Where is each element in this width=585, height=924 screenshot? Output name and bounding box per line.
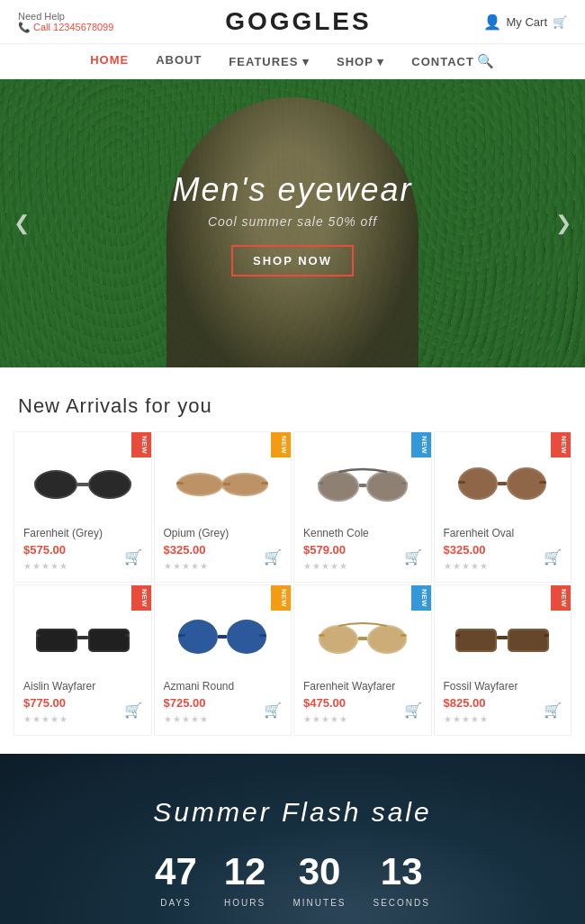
hero-prev-arrow[interactable]: ❮	[14, 212, 30, 235]
product-footer: $825.00 ★★★★★ 🛒	[444, 696, 562, 724]
products-grid: NEW Farenheit (Grey) $575.00 ★★★★★ 🛒 NEW…	[0, 431, 585, 736]
add-to-cart-button[interactable]: 🛒	[264, 702, 282, 719]
svg-point-19	[320, 473, 357, 500]
nav-contact[interactable]: CONTACT 🔍	[411, 53, 495, 69]
product-card[interactable]: NEW Kenneth Cole $579.00 ★★★★★ 🛒	[293, 431, 432, 583]
countdown-item: 47 DAYS	[155, 850, 197, 910]
add-to-cart-button[interactable]: 🛒	[264, 548, 282, 566]
hero-next-arrow[interactable]: ❯	[555, 212, 572, 235]
cart-label[interactable]: My Cart	[507, 15, 548, 29]
product-name: Fossil Wayfarer	[444, 680, 562, 693]
product-footer: $475.00 ★★★★★ 🛒	[303, 696, 422, 724]
product-image	[23, 599, 142, 671]
nav-home[interactable]: HOME	[90, 53, 129, 69]
search-icon[interactable]: 🔍	[477, 53, 495, 69]
product-image	[164, 599, 283, 671]
product-card[interactable]: NEW Fossil Wayfarer $825.00 ★★★★★ 🛒	[434, 584, 572, 736]
product-badge: NEW	[411, 585, 431, 611]
product-card[interactable]: NEW Farenheit Wayfarer $475.00 ★★★★★ 🛒	[293, 584, 432, 736]
product-footer: $575.00 ★★★★★ 🛒	[23, 543, 142, 571]
flash-sale-banner: Summer Flash sale 47 DAYS 12 HOURS 30 MI…	[0, 754, 585, 924]
product-stars: ★★★★★	[444, 561, 489, 571]
cart-area[interactable]: 👤 My Cart 🛒	[483, 14, 568, 31]
add-to-cart-button[interactable]: 🛒	[404, 548, 422, 566]
countdown-number: 30	[292, 850, 346, 893]
product-price: $775.00	[23, 696, 68, 710]
product-footer: $775.00 ★★★★★ 🛒	[23, 696, 142, 724]
product-stars: ★★★★★	[303, 561, 348, 571]
svg-point-13	[223, 475, 266, 494]
product-card[interactable]: NEW Aislin Wayfarer $775.00 ★★★★★ 🛒	[14, 584, 152, 736]
product-badge: NEW	[551, 432, 571, 457]
svg-point-47	[320, 627, 356, 652]
countdown-label: HOURS	[224, 898, 266, 908]
svg-rect-23	[498, 482, 507, 485]
product-card[interactable]: NEW Opium (Grey) $325.00 ★★★★★ 🛒	[154, 431, 292, 583]
product-badge: NEW	[271, 585, 291, 611]
product-price: $475.00	[303, 696, 348, 710]
product-image	[303, 599, 422, 671]
add-to-cart-button[interactable]: 🛒	[544, 548, 562, 566]
cart-icon[interactable]: 🛒	[553, 15, 567, 29]
add-to-cart-button[interactable]: 🛒	[124, 702, 142, 719]
countdown-timer: 47 DAYS 12 HOURS 30 MINUTES 13 SECONDS	[153, 850, 431, 910]
svg-rect-51	[497, 636, 508, 639]
phone-number: 📞 Call 12345678099	[18, 22, 113, 33]
svg-point-40	[180, 621, 216, 652]
flash-sale-title: Summer Flash sale	[153, 797, 431, 828]
svg-rect-55	[509, 630, 547, 650]
product-stars: ★★★★★	[303, 714, 348, 724]
svg-point-26	[460, 469, 496, 498]
product-name: Farenheit (Grey)	[23, 527, 142, 539]
countdown-item: 12 HOURS	[224, 850, 266, 910]
hero-title: Men's eyewear	[173, 171, 413, 209]
add-to-cart-button[interactable]: 🛒	[544, 702, 562, 719]
product-price: $575.00	[23, 543, 68, 557]
product-card[interactable]: NEW Azmani Round $725.00 ★★★★★ 🛒	[154, 584, 292, 736]
nav-features[interactable]: FEATURES ▾	[229, 53, 310, 69]
product-footer: $325.00 ★★★★★ 🛒	[164, 543, 283, 571]
svg-rect-37	[218, 635, 227, 639]
product-stars: ★★★★★	[164, 561, 209, 571]
user-icon[interactable]: 👤	[483, 14, 501, 31]
product-image	[303, 446, 422, 518]
product-stars: ★★★★★	[164, 714, 209, 724]
product-image	[444, 599, 562, 671]
product-footer: $725.00 ★★★★★ 🛒	[164, 696, 283, 724]
svg-point-5	[36, 472, 76, 497]
product-price: $325.00	[164, 543, 209, 557]
product-price: $825.00	[444, 696, 489, 710]
product-stars: ★★★★★	[23, 561, 68, 571]
product-badge: NEW	[271, 432, 291, 457]
svg-point-6	[90, 472, 130, 497]
product-name: Farenheit Oval	[444, 527, 562, 539]
countdown-label: DAYS	[160, 898, 192, 908]
need-help-text: Need Help	[18, 11, 113, 22]
svg-point-12	[178, 475, 221, 494]
svg-rect-16	[359, 484, 366, 487]
product-image	[23, 446, 142, 518]
nav-about[interactable]: ABOUT	[156, 53, 202, 69]
product-card[interactable]: NEW Farenheit (Grey) $575.00 ★★★★★ 🛒	[14, 431, 152, 583]
add-to-cart-button[interactable]: 🛒	[124, 548, 142, 566]
product-badge: NEW	[131, 585, 151, 611]
site-logo: GOGGLES	[225, 7, 372, 36]
nav-shop[interactable]: SHOP ▾	[337, 53, 384, 69]
svg-rect-54	[457, 630, 495, 650]
svg-rect-33	[38, 630, 76, 650]
product-card[interactable]: NEW Farenheit Oval $325.00 ★★★★★ 🛒	[434, 431, 572, 583]
product-name: Opium (Grey)	[164, 527, 283, 539]
shop-now-button[interactable]: SHOP NOW	[231, 245, 354, 276]
svg-point-27	[508, 469, 544, 498]
svg-point-41	[229, 621, 265, 652]
countdown-item: 30 MINUTES	[292, 850, 346, 910]
svg-point-20	[368, 473, 406, 500]
product-image	[164, 446, 283, 518]
hero-subtitle: Cool summer sale 50% off	[173, 214, 413, 229]
add-to-cart-button[interactable]: 🛒	[404, 702, 422, 719]
product-stars: ★★★★★	[444, 714, 489, 724]
svg-rect-30	[77, 636, 88, 639]
product-price: $725.00	[164, 696, 209, 710]
countdown-label: SECONDS	[373, 898, 429, 908]
new-arrivals-title: New Arrivals for you	[0, 367, 585, 431]
